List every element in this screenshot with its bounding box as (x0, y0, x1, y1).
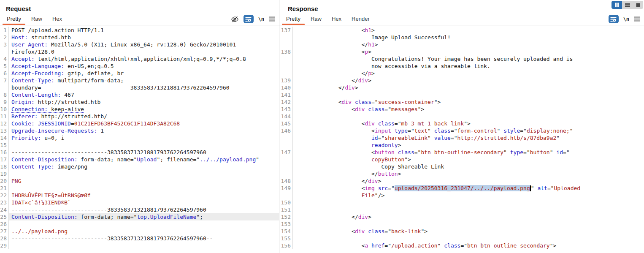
line-number: 16 (0, 149, 9, 156)
line-number: 19 (0, 170, 9, 177)
line-number: 6 (0, 70, 9, 77)
line-number: 25 (0, 213, 9, 220)
line-number: 4 (0, 55, 9, 63)
code-line: 148 </div> (279, 177, 644, 185)
code-line: 15 (0, 141, 279, 149)
line-number: 155 (279, 235, 293, 242)
layout-rows-button[interactable] (622, 1, 633, 9)
code-line: 144 (279, 113, 644, 120)
code-line: 13Upgrade-Insecure-Requests: 1 (0, 127, 279, 134)
code-line: 138 <p> (279, 48, 644, 55)
word-wrap-button[interactable] (609, 15, 619, 23)
newline-icon: \n (623, 16, 629, 22)
line-number: 9 (0, 98, 9, 106)
code-line: </h1> (279, 41, 644, 48)
line-number (279, 141, 293, 149)
hide-button[interactable] (231, 16, 239, 23)
code-line: 143 <div class="messages"> (279, 106, 644, 113)
code-line: 25Content-Disposition: form-data; name="… (0, 213, 279, 220)
code-line: 28-----------------------------383358371… (0, 235, 279, 242)
tab-request-raw[interactable]: Raw (26, 14, 47, 24)
code-line: 153 (279, 220, 644, 228)
code-line: Firefox/128.0 (0, 48, 279, 55)
code-line: 24-----------------------------383358371… (0, 206, 279, 213)
code-line: 155 (279, 235, 644, 242)
code-line: 1POST /upload.action HTTP/1.1 (0, 27, 279, 34)
code-line: 3User-Agent: Mozilla/5.0 (X11; Linux x86… (0, 41, 279, 48)
line-number (279, 156, 293, 163)
tab-response-render[interactable]: Render (346, 14, 375, 24)
line-number: 23 (0, 199, 9, 206)
line-number: 11 (0, 113, 9, 120)
line-number: 152 (279, 213, 293, 220)
code-line: 137 <h1> (279, 27, 644, 34)
line-number (279, 170, 293, 177)
layout-switcher (612, 1, 643, 9)
newline-toggle-button[interactable]: \n (258, 16, 264, 22)
editor-menu-button[interactable] (634, 16, 640, 22)
line-number (279, 41, 293, 48)
code-line: 156 <a href="/upload.action" class="btn … (279, 242, 644, 249)
code-line: 150 (279, 199, 644, 206)
line-number (279, 70, 293, 77)
code-line: 2Host: strutted.htb (0, 34, 279, 41)
tab-response-pretty[interactable]: Pretty (281, 14, 306, 24)
burp-repeater-window: Request Pretty Raw Hex (0, 0, 644, 253)
code-line: 7Content-Type: multipart/form-data; (0, 77, 279, 84)
request-panel: Request Pretty Raw Hex (0, 0, 279, 253)
line-number (279, 55, 293, 63)
line-number: 145 (279, 120, 293, 127)
tab-response-raw[interactable]: Raw (306, 14, 327, 24)
code-line: 142 <div class="success-container"> (279, 98, 644, 106)
response-toolbar: \n (609, 15, 640, 23)
line-number: 147 (279, 149, 293, 156)
request-tabbar: Pretty Raw Hex (0, 13, 279, 25)
line-number: 7 (0, 77, 9, 84)
line-number: 146 (279, 127, 293, 134)
line-number (279, 192, 293, 199)
code-line: Congratulations! Your image has been sec… (279, 55, 644, 63)
line-number: 14 (0, 134, 9, 141)
code-line: 10Connection: keep-alive (0, 106, 279, 113)
code-line: 9Origin: http://strutted.htb (0, 98, 279, 106)
line-number: 28 (0, 235, 9, 242)
code-line: 5Accept-Language: en-US,en;q=0.5 (0, 63, 279, 70)
request-title: Request (0, 0, 279, 13)
code-line: 154 <div class="back-link"> (279, 228, 644, 235)
request-editor[interactable]: 1POST /upload.action HTTP/1.12Host: stru… (0, 25, 279, 253)
newline-icon: \n (258, 16, 264, 22)
response-title: Response (279, 0, 644, 13)
layout-single-button[interactable] (633, 1, 643, 9)
code-line: 139 </div> (279, 77, 644, 84)
editor-menu-button[interactable] (269, 16, 275, 22)
line-number: 13 (0, 127, 9, 134)
word-wrap-button[interactable] (244, 15, 254, 23)
code-line: </p> (279, 70, 644, 77)
code-line: 12Cookie: JSESSIONID=01C21EFD63BF452C6C1… (0, 120, 279, 127)
line-number: 149 (279, 185, 293, 192)
line-number: 21 (0, 185, 9, 192)
code-line: 151 (279, 206, 644, 213)
line-number: 139 (279, 77, 293, 84)
code-line: 29 (0, 242, 279, 249)
line-number: 154 (279, 228, 293, 235)
tab-request-hex[interactable]: Hex (47, 14, 67, 24)
code-line: 20PNG (0, 177, 279, 185)
line-number: 24 (0, 206, 9, 213)
code-line: 21 (0, 185, 279, 192)
newline-toggle-button[interactable]: \n (623, 16, 629, 22)
tab-response-hex[interactable]: Hex (327, 14, 346, 24)
request-toolbar: \n (231, 15, 275, 23)
line-number: 148 (279, 177, 293, 185)
code-line: 22IHDR‰ÛVÊPLTE§z=ÚtRNS@æØf (0, 192, 279, 199)
code-line: 14Priority: u=0, i (0, 134, 279, 141)
code-line: 149 <img src="uploads/20250316_231047/..… (279, 185, 644, 192)
tab-request-pretty[interactable]: Pretty (2, 14, 26, 24)
line-number: 2 (0, 34, 9, 41)
menu-icon (634, 16, 640, 22)
layout-columns-button[interactable] (612, 1, 622, 9)
line-number (0, 84, 9, 91)
response-editor[interactable]: 137 <h1> Image Upload Successful! </h1>1… (279, 25, 644, 253)
line-number (0, 48, 9, 55)
line-number: 141 (279, 91, 293, 98)
